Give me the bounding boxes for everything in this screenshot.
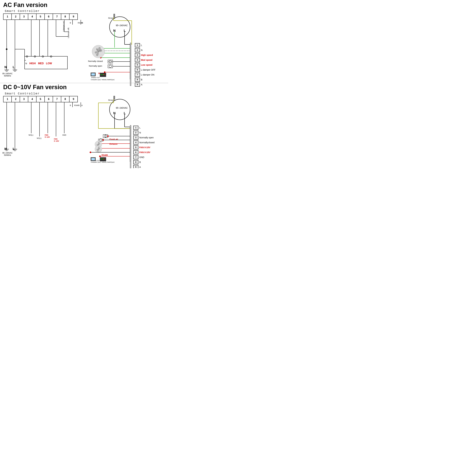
ac-term-7: 7: [53, 14, 61, 19]
svg-text:A: A: [81, 104, 83, 106]
svg-point-138: [102, 139, 104, 141]
svg-point-139: [95, 141, 102, 148]
svg-text:A: A: [81, 22, 83, 24]
svg-text:Modbus-TCP: Modbus-TCP: [91, 160, 100, 161]
dc-conn-label-2: N: [139, 131, 141, 134]
ac-term-8: 8: [61, 14, 69, 19]
svg-text:Computer (1pc): Computer (1pc): [91, 79, 101, 81]
ac-conn-row-7: 7 L-damper ON: [135, 72, 167, 77]
svg-text:Ground: Ground: [108, 99, 115, 101]
svg-point-159: [104, 159, 105, 159]
dc-conn-row-1: 1 L: [133, 125, 167, 130]
dc-conn-row-5: 5 FAN 0-10V: [133, 145, 167, 150]
svg-text:LOW: LOW: [46, 62, 52, 65]
ac-rs485-label-right: RS485: [98, 72, 105, 75]
ac-conn-row-1: 1 L: [135, 43, 167, 48]
svg-text:50/60Hz: 50/60Hz: [4, 75, 11, 77]
dc-term-7: 7: [53, 96, 61, 102]
dc-conn-label-7: GND: [139, 156, 144, 158]
ac-conn-label-3: High speed: [141, 54, 153, 56]
dc-term-2: 2: [12, 96, 20, 102]
main-container: AC Fan version Smart Controller 1 2 3 4 …: [0, 0, 168, 168]
dc-conn-box-6: 6: [133, 150, 138, 154]
dc-conn-row-8: 8 B: [133, 160, 167, 165]
dc-conn-box-7: 7: [133, 155, 138, 159]
dc-term-3: 3: [20, 96, 28, 102]
dc-conn-row-9: 9 A: [133, 165, 167, 168]
svg-point-131: [104, 135, 107, 137]
ac-conn-row-6: 6 L-damper OFF: [135, 68, 167, 72]
svg-text:N: N: [25, 62, 27, 65]
dc-conn-row-4: 4 Normallyclosed: [133, 140, 167, 145]
dc-title: DC 0~10V Fan version: [3, 84, 67, 91]
svg-rect-160: [130, 43, 131, 86]
svg-text:Ground: Ground: [108, 17, 115, 19]
svg-text:95~240VAC: 95~240VAC: [116, 24, 128, 27]
svg-text:95~240VAC: 95~240VAC: [2, 72, 13, 75]
svg-rect-74: [91, 73, 96, 76]
dc-conn-label-1: L: [139, 126, 141, 129]
ac-term-3: 3: [20, 14, 28, 19]
svg-rect-154: [100, 157, 106, 161]
svg-text:RS485: RS485: [78, 22, 83, 24]
dc-term-8: 8: [61, 96, 69, 102]
ac-connector-panel: 1 L 2 N 3 High speed 4 Med speed 5 Low s…: [135, 43, 167, 87]
svg-text:Industry Switch(1pc): Industry Switch(1pc): [102, 79, 115, 81]
dc-conn-row-7: 7 GND: [133, 155, 167, 160]
svg-point-146: [90, 152, 91, 153]
svg-point-56: [100, 48, 102, 49]
svg-point-117: [109, 99, 130, 120]
svg-point-140: [98, 144, 99, 145]
svg-text:GND: GND: [62, 134, 66, 136]
dc-term-9: 9: [69, 96, 77, 102]
svg-text:Modbus-TCP: Modbus-TCP: [91, 77, 100, 78]
svg-text:L(damper off): L(damper off): [68, 28, 69, 38]
ac-normally-closed-label: Normally closed: [88, 60, 103, 62]
section-divider: [0, 83, 168, 83]
svg-rect-116: [114, 96, 115, 99]
svg-point-156: [102, 159, 102, 159]
dc-term-5: 5: [36, 96, 45, 102]
svg-text:Computer (1pc): Computer (1pc): [91, 161, 101, 163]
svg-text:B: B: [70, 104, 71, 106]
dc-conn-box-9: 9: [133, 165, 138, 168]
svg-point-82: [92, 45, 105, 58]
ac-controller-label: Smart Controller: [5, 10, 40, 13]
svg-text:L: L: [13, 65, 15, 69]
svg-rect-43: [114, 14, 115, 17]
dc-conn-row-3: 3 Normally open: [133, 135, 167, 140]
dc-conn-row-2: 2 N: [133, 130, 167, 135]
ac-term-6: 6: [45, 14, 53, 19]
svg-text:95~240VAC: 95~240VAC: [116, 107, 128, 109]
ac-title: AC Fan version: [3, 1, 48, 8]
svg-rect-15: [25, 56, 68, 69]
dc-conn-label-8: B: [139, 161, 141, 163]
dc-conn-label-4: Normallyclosed: [139, 141, 154, 144]
dc-rs485-label-right: RS485: [102, 154, 108, 156]
ac-conn-box-5: 5: [135, 63, 140, 67]
svg-text:NC(L): NC(L): [37, 137, 41, 139]
svg-point-64: [109, 60, 112, 63]
svg-rect-65: [108, 65, 113, 68]
dc-conn-label-6: FAN 0-10V: [139, 151, 150, 153]
svg-point-143: [98, 149, 99, 150]
ac-conn-label-9: A: [141, 83, 142, 86]
svg-point-148: [99, 155, 101, 157]
svg-text:NO(L): NO(L): [29, 134, 33, 136]
svg-point-136: [107, 135, 109, 137]
svg-text:L: L: [124, 29, 126, 32]
svg-point-2: [6, 48, 7, 50]
svg-rect-153: [91, 158, 95, 160]
dc-term-1: 1: [3, 96, 12, 102]
ac-conn-box-3: 3: [135, 53, 140, 57]
ac-conn-row-2: 2 N: [135, 48, 167, 52]
ac-term-5: 5: [36, 14, 45, 19]
dc-conn-row-6: 6 FAN 0-10V: [133, 150, 167, 155]
svg-point-44: [109, 17, 130, 37]
svg-text:N: N: [113, 29, 116, 32]
svg-text:95~240VAC: 95~240VAC: [2, 152, 13, 154]
ac-conn-box-8: 8: [135, 78, 140, 82]
ac-conn-label-7: L-damper ON: [141, 73, 154, 76]
svg-text:N: N: [4, 147, 7, 151]
ac-conn-label-6: L-damper OFF: [141, 68, 155, 71]
